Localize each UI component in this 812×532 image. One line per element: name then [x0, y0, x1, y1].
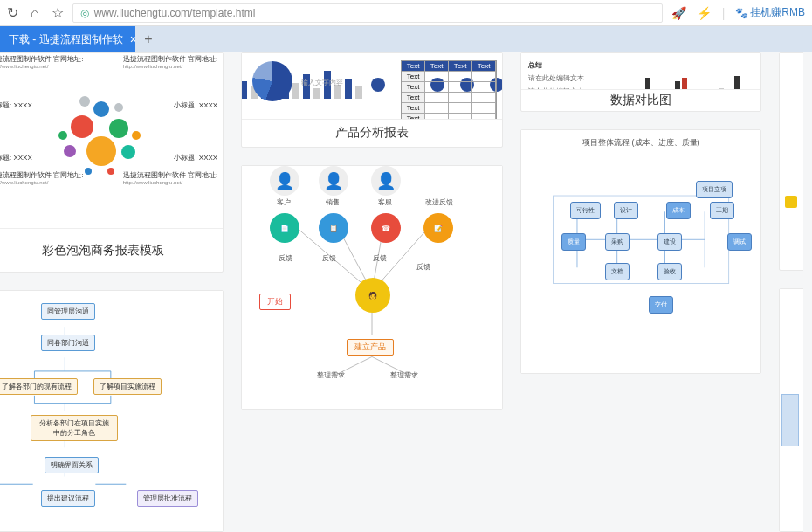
favorite-icon[interactable]: ☆ — [52, 4, 64, 21]
thumb-subtitle: 小标题: XXXX — [174, 101, 217, 110]
new-tab-button[interactable]: + — [135, 26, 162, 52]
th: Text — [472, 61, 496, 71]
template-grid: 迅捷流程图制作软件 官网地址: http://www.liuchengtu.ne… — [0, 52, 812, 532]
flow-node: 同各部门沟通 — [41, 335, 95, 351]
thumb-subtitle: 小标题: XXXX — [174, 154, 217, 162]
pf-node: 交付 — [649, 296, 673, 314]
card-thumbnail: 项目整体流程 (成本、进度、质量) 可行性 设计 成本 工期 质量 采购 建设 … — [521, 130, 760, 373]
avatar-icon: 👤 — [270, 166, 299, 196]
paw-icon: 🐾 — [735, 7, 748, 19]
template-card[interactable]: 同管理层沟通 同各部门沟通 了解各部门的现有流程 了解项目实施流程 分析各部门在… — [0, 290, 224, 532]
divider: | — [722, 6, 726, 20]
pf-node: 验收 — [657, 263, 682, 280]
template-card[interactable]: 迅捷流程图制作软件 官网地址: http://www.liuchengtu.ne… — [0, 52, 224, 273]
url-text: www.liuchengtu.com/template.html — [94, 7, 256, 19]
template-card[interactable]: 总结 请在此处编辑文本 请在此处编辑文本 请在此处编辑文本 类别1类别2类别3类… — [520, 52, 761, 112]
pf-node: 成本 — [666, 202, 691, 219]
summary-block: 总结 请在此处编辑文本 请在此处编辑文本 请在此处编辑文本 — [528, 60, 584, 89]
rocket-icon[interactable]: 🚀 — [671, 6, 686, 20]
tab-active[interactable]: 下载 - 迅捷流程图制作软 × — [0, 26, 135, 52]
card-title: 产品分析报表 — [242, 119, 502, 148]
role-label: 改进反馈 — [425, 197, 453, 207]
person-icon: 🧑 — [355, 278, 390, 313]
pie-chart-icon — [252, 61, 292, 101]
flow-node: 明确界面关系 — [45, 457, 99, 473]
flow-node: 了解各部门的现有流程 — [0, 378, 78, 395]
avatar-icon: 👤 — [371, 166, 401, 196]
doc-icon: 📄 — [270, 213, 299, 243]
template-card[interactable]: 👤 👤 👤 客户 销售 客服 改进反馈 📄 📋 ☎ 📝 反馈 反馈 反馈 反馈 … — [241, 165, 503, 410]
thumb-url: http://www.liuchengtu.net/ — [123, 64, 217, 70]
th: Text — [402, 61, 425, 71]
thumb-url: http://www.liuchengtu.net/ — [0, 64, 83, 70]
card-thumbnail: 👤 👤 👤 客户 销售 客服 改进反馈 📄 📋 ☎ 📝 反馈 反馈 反馈 反馈 … — [242, 166, 502, 409]
grid-col-2: Text Text Text Text Text Text Text Text … — [241, 52, 503, 532]
address-bar[interactable]: ◎ www.liuchengtu.com/template.html — [72, 3, 663, 23]
td: Text — [402, 72, 425, 81]
pf-node: 采购 — [605, 233, 630, 251]
grid-col-3: 总结 请在此处编辑文本 请在此处编辑文本 请在此处编辑文本 类别1类别2类别3类… — [520, 52, 761, 532]
extension-button[interactable]: 🐾 挂机赚RMB — [735, 5, 805, 20]
refresh-icon[interactable]: ↻ — [7, 4, 18, 21]
role-label: 客户 — [277, 197, 291, 207]
thumb-subtitle: 小标题: XXXX — [0, 101, 32, 110]
thumb-subtitle: 小标题: XXXX — [0, 154, 32, 162]
pie-label: 输入文字内容 — [301, 79, 343, 87]
td: Text — [402, 103, 425, 113]
pf-node: 文档 — [605, 263, 630, 280]
clipboard-icon: 📋 — [319, 213, 348, 243]
td: Text — [402, 93, 425, 102]
arrow-label: 反馈 — [416, 262, 430, 272]
pf-node: 项目立项 — [696, 181, 733, 198]
tab-strip: 下载 - 迅捷流程图制作软 × + — [0, 26, 812, 52]
pf-node: 可行性 — [570, 202, 601, 219]
mini-table: Text Text Text Text Text Text Text Text … — [401, 60, 497, 119]
template-card[interactable]: Text Text Text Text Text Text Text Text … — [241, 52, 503, 148]
build-node: 建立产品 — [347, 339, 394, 356]
home-icon[interactable]: ⌂ — [31, 5, 39, 21]
start-node: 开始 — [259, 294, 291, 310]
th: Text — [449, 61, 472, 71]
extension-label: 挂机赚RMB — [750, 5, 805, 20]
bolt-icon[interactable]: ⚡ — [697, 6, 712, 20]
pf-node: 工期 — [710, 202, 734, 219]
summary-line: 请在此处编辑文本 — [528, 73, 584, 83]
phone-icon: ☎ — [371, 213, 401, 243]
grid-col-4-partial: 👤 — [779, 52, 803, 532]
browser-toolbar: ↻ ⌂ ☆ ◎ www.liuchengtu.com/template.html… — [0, 0, 812, 26]
card-thumbnail — [780, 53, 803, 228]
thumb-label: 迅捷流程图制作软件 官网地址: — [123, 55, 217, 64]
block-icon — [781, 394, 799, 446]
nav-icon-group: ↻ ⌂ ☆ — [7, 4, 64, 21]
template-card[interactable] — [779, 52, 803, 271]
arrow-label: 反馈 — [322, 253, 336, 263]
template-card[interactable]: 👤 — [779, 288, 803, 532]
flow-node: 提出建议流程 — [41, 490, 95, 507]
card-thumbnail: 总结 请在此处编辑文本 请在此处编辑文本 请在此处编辑文本 类别1类别2类别3类… — [521, 53, 760, 89]
card-title: 数据对比图 — [521, 89, 760, 111]
pf-lines — [521, 130, 760, 373]
flowchart-lines — [0, 304, 217, 518]
arrow-label: 反馈 — [373, 253, 387, 263]
role-label: 销售 — [326, 197, 340, 207]
toolbar-right: 🚀 ⚡ | 🐾 挂机赚RMB — [671, 5, 805, 20]
note-icon: 📝 — [423, 213, 453, 243]
grid-col-1: 迅捷流程图制作软件 官网地址: http://www.liuchengtu.ne… — [0, 52, 224, 532]
pf-node: 设计 — [614, 202, 638, 219]
summary-heading: 总结 — [528, 60, 584, 70]
flow-node: 同管理层沟通 — [41, 303, 95, 320]
grouped-bar-chart-icon — [645, 71, 754, 89]
card-thumbnail: 👤 — [780, 289, 803, 531]
role-label: 客服 — [378, 197, 392, 207]
req-label: 整理需求 — [317, 370, 345, 380]
template-card[interactable]: 项目整体流程 (成本、进度、质量) 可行性 设计 成本 工期 质量 采购 建设 … — [520, 129, 761, 374]
card-thumbnail: Text Text Text Text Text Text Text Text … — [242, 53, 502, 119]
td: Text — [402, 82, 425, 92]
card-thumbnail: 同管理层沟通 同各部门沟通 了解各部门的现有流程 了解项目实施流程 分析各部门在… — [0, 291, 223, 531]
lock-icon: ◎ — [80, 7, 89, 19]
card-title: 彩色泡泡商务报表模板 — [0, 228, 223, 272]
flow-node: 管理层批准流程 — [137, 490, 198, 507]
shape-icon — [785, 196, 797, 208]
avatar-icon: 👤 — [319, 166, 348, 196]
td: Text — [402, 114, 425, 119]
